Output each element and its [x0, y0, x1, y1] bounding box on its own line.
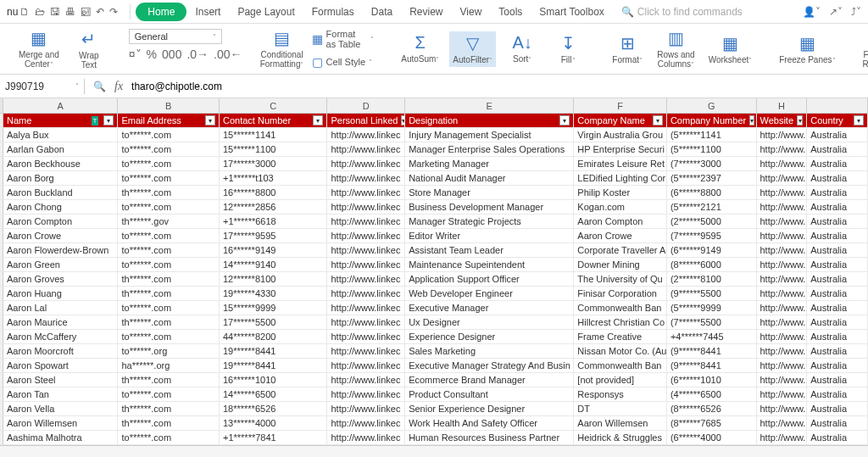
format-button[interactable]: ⊞Format˅	[608, 31, 647, 67]
cell[interactable]: Kogan.com	[574, 200, 667, 214]
cell[interactable]: Aaron Vella	[3, 402, 118, 415]
cell[interactable]: Aaron Beckhouse	[3, 157, 118, 170]
cell[interactable]: Virgin Australia Grou	[574, 128, 667, 142]
cell[interactable]: http://www.	[757, 431, 808, 444]
cell[interactable]: Australia	[807, 315, 868, 329]
cell[interactable]: Manager Strategic Projects	[405, 215, 574, 228]
cell[interactable]: Aaron Huang	[3, 287, 118, 300]
cell[interactable]: 18******6526	[220, 402, 328, 415]
cell[interactable]: Australia	[807, 387, 868, 401]
cell[interactable]: Australia	[807, 402, 868, 415]
cell[interactable]: (6******4000	[667, 431, 757, 444]
cell[interactable]: 19******4330	[220, 287, 328, 300]
cell[interactable]: 15******9999	[220, 301, 328, 315]
cell[interactable]: http://www.	[757, 359, 808, 372]
sort-button[interactable]: A↓Sort˅	[503, 31, 542, 66]
cell[interactable]: http://www.	[757, 229, 808, 242]
cell[interactable]: Aaron Borg	[3, 171, 118, 185]
cell[interactable]: Experience Designer	[405, 330, 574, 343]
cell[interactable]: 17******5500	[220, 315, 328, 329]
tab-insert[interactable]: Insert	[186, 3, 229, 21]
cell[interactable]: to******.com	[118, 243, 220, 257]
cell[interactable]: to******.com	[118, 171, 220, 185]
cell[interactable]: Aalya Bux	[3, 128, 118, 142]
tab-view[interactable]: View	[452, 3, 491, 21]
header-website[interactable]: Website▾	[757, 114, 808, 127]
cell[interactable]: Manager Enterprise Sales Operations	[405, 142, 574, 156]
cell[interactable]: http://www.linkec	[327, 287, 405, 300]
comma-icon[interactable]: 000	[162, 47, 181, 61]
cell[interactable]: (5******2397	[667, 171, 757, 185]
tab-tools[interactable]: Tools	[490, 3, 531, 21]
cell[interactable]: Aaron Spowart	[3, 359, 118, 372]
cell[interactable]: Aaron Steel	[3, 373, 118, 387]
cell[interactable]: Aaron Moorcroft	[3, 344, 118, 358]
cell[interactable]: http://www.	[757, 402, 808, 415]
cell[interactable]: Web Developer Engineer	[405, 287, 574, 300]
cell[interactable]: http://www.	[757, 373, 808, 387]
cell[interactable]: The University of Qu	[574, 272, 667, 286]
cell[interactable]: 19******8441	[220, 344, 328, 358]
cell[interactable]: Heidrick & Struggles	[574, 431, 667, 444]
cell[interactable]: to******.com	[118, 128, 220, 142]
cell[interactable]: Australia	[807, 186, 868, 199]
cell[interactable]: Downer Mining	[574, 258, 667, 271]
cell[interactable]: http://www.linkec	[327, 200, 405, 214]
header-name[interactable]: NameT▾	[3, 114, 118, 127]
cell[interactable]: http://www.	[757, 157, 808, 170]
open-icon[interactable]: 🗁	[35, 6, 45, 18]
tab-smart-toolbox[interactable]: Smart Toolbox	[531, 3, 612, 21]
cell[interactable]: (5******1100	[667, 142, 757, 156]
cell[interactable]: (8******6526	[667, 402, 757, 415]
worksheet-button[interactable]: ▦Worksheet˅	[705, 31, 756, 67]
cell[interactable]: Aaron Green	[3, 258, 118, 271]
autosum-button[interactable]: ΣAutoSum˅	[398, 31, 442, 66]
cell[interactable]: to******.com	[118, 229, 220, 242]
cell[interactable]: http://www.linkec	[327, 301, 405, 315]
cell[interactable]: Store Manager	[405, 186, 574, 199]
cell[interactable]: [not provided]	[574, 373, 667, 387]
cell[interactable]: Ecommerce Brand Manager	[405, 373, 574, 387]
cell[interactable]: http://www.linkec	[327, 416, 405, 430]
cell[interactable]: Australia	[807, 243, 868, 257]
cell[interactable]: http://www.linkec	[327, 142, 405, 156]
header-company-number[interactable]: Company Number▾	[667, 114, 757, 127]
filter-button[interactable]: ▾	[797, 115, 803, 125]
cell[interactable]: Application Support Officer	[405, 272, 574, 286]
filter-button[interactable]: ▾	[205, 115, 215, 125]
cell[interactable]: Philip Koster	[574, 186, 667, 199]
cell[interactable]: (6******1010	[667, 373, 757, 387]
cell[interactable]: Business Development Manager	[405, 200, 574, 214]
search-small-icon[interactable]: 🔍	[93, 81, 106, 92]
cell[interactable]: http://www.	[757, 128, 808, 142]
cell[interactable]: (2******5000	[667, 215, 757, 228]
cell[interactable]: +1******t103	[220, 171, 328, 185]
cell[interactable]: th******.com	[118, 402, 220, 415]
cell[interactable]: http://www.linkec	[327, 157, 405, 170]
cell[interactable]: http://www.	[757, 200, 808, 214]
cell[interactable]: Aaron Maurice	[3, 315, 118, 329]
cell[interactable]: Australia	[807, 373, 868, 387]
currency-icon[interactable]: ¤˅	[129, 47, 142, 61]
cell[interactable]: Finisar Corporation	[574, 287, 667, 300]
cell[interactable]: Australia	[807, 359, 868, 372]
cell[interactable]: to******.com	[118, 157, 220, 170]
format-as-table-button[interactable]: ▦Format as Table˅	[309, 27, 378, 51]
formula-input[interactable]	[131, 81, 860, 92]
cell[interactable]: http://www.	[757, 301, 808, 315]
cell[interactable]: Senior Experience Designer	[405, 402, 574, 415]
cell[interactable]: http://www.	[757, 315, 808, 329]
filter-button[interactable]: ▾	[103, 115, 114, 125]
cell[interactable]: (6******8800	[667, 186, 757, 199]
cell[interactable]: 17******9595	[220, 229, 328, 242]
cell[interactable]: Australia	[807, 215, 868, 228]
cell[interactable]: Aaron Lal	[3, 301, 118, 315]
cell[interactable]: th******.gov	[118, 215, 220, 228]
save-icon[interactable]: 🖫	[50, 6, 60, 18]
find-replace-button[interactable]: 🔍Find and Replace˅	[860, 26, 868, 71]
cell[interactable]: Australia	[807, 416, 868, 430]
tab-formulas[interactable]: Formulas	[303, 3, 363, 21]
cell[interactable]: http://www.	[757, 416, 808, 430]
cell[interactable]: Nissan Motor Co. (Au	[574, 344, 667, 358]
cell[interactable]: http://www.	[757, 142, 808, 156]
